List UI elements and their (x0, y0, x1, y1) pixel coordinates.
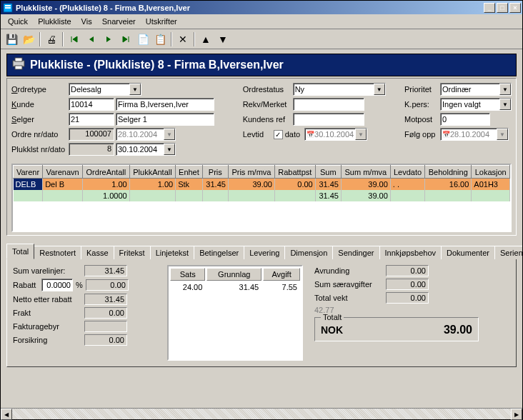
menu-snarveier[interactable]: Snarveier (98, 16, 140, 27)
saeravgifter-value: 0.00 (386, 279, 429, 290)
svg-rect-5 (15, 66, 22, 69)
tab-levering[interactable]: Levering (244, 246, 285, 259)
form-panel: Ordretype Delesalg▼ Kunde Selger Ordre n… (6, 78, 517, 236)
menu-vis[interactable]: Vis (77, 16, 96, 27)
tab-betingelser[interactable]: Betingelser (194, 246, 244, 259)
frakt-value: 0.00 (84, 307, 127, 319)
close-button[interactable]: × (509, 3, 521, 13)
totalvekt-value: 0.00 (386, 292, 429, 304)
plukkdato-combo[interactable]: 30.10.2004▼ (116, 143, 176, 156)
rekv-label: Rekv/Merket (243, 100, 293, 109)
folg-combo: 📅28.10.2004▼ (440, 128, 509, 141)
chevron-down-icon: ▼ (164, 129, 175, 140)
window-title: Plukkliste - (Plukkliste) 8 - Firma B,Iv… (16, 4, 484, 12)
delete-icon[interactable]: ✕ (175, 31, 191, 47)
table-row[interactable]: DELBDel B1.001.00Stk31.4539.000.0031.453… (14, 179, 510, 190)
plukk-value: 8 (69, 143, 114, 156)
chevron-down-icon[interactable]: ▼ (374, 84, 385, 95)
nav-last-icon[interactable] (118, 31, 134, 47)
maximize-button[interactable]: □ (497, 3, 508, 13)
tab-innkjopsbehov[interactable]: Innkjøpsbehov (379, 246, 442, 259)
kunde-navn-input[interactable] (116, 98, 214, 111)
fakturagebyr-value (84, 321, 127, 332)
fakturagebyr-label: Fakturagebyr (13, 322, 84, 331)
print-header-icon (11, 57, 26, 73)
kpers-label: K.pers: (404, 100, 440, 109)
totalt-legend: Totalt (321, 313, 344, 321)
folg-label: Følg opp (404, 130, 440, 139)
chevron-down-icon[interactable]: ▼ (164, 144, 175, 155)
tab-linjetekst[interactable]: Linjetekst (150, 246, 194, 259)
horizontal-scrollbar[interactable]: ◀ ▶ (1, 408, 522, 419)
kunde-input[interactable] (69, 98, 114, 111)
tab-fritekst[interactable]: Fritekst (114, 246, 151, 259)
rabatt-pct-input[interactable] (41, 279, 73, 291)
chevron-down-icon[interactable]: ▼ (129, 84, 141, 95)
new-icon[interactable]: 📄 (135, 31, 151, 47)
menu-utskrifter[interactable]: Utskrifter (141, 16, 181, 27)
avrunding-label: Avrunding (314, 266, 386, 275)
toolbar: 💾 📂 🖨 📄 📋 ✕ ▲ ▼ (1, 29, 522, 49)
tabstrip: Total Restnotert Kasse Fritekst Linjetek… (6, 244, 517, 259)
rabatt-value: 0.00 (86, 279, 129, 291)
ordretype-combo[interactable]: Delesalg▼ (69, 83, 141, 96)
tab-sendinger[interactable]: Sendinger (332, 246, 379, 259)
kundens-label: Kundens ref (243, 115, 293, 124)
arrow-down-icon[interactable]: ▼ (215, 31, 231, 47)
levtid-checkbox[interactable]: ✓ (274, 130, 283, 139)
menu-plukkliste[interactable]: Plukkliste (34, 16, 75, 27)
tab-dokumenter[interactable]: Dokumenter (441, 246, 495, 259)
ordrestatus-label: Ordrestatus (243, 85, 293, 94)
table-sum-row: 1.000031.4539.00 (14, 190, 510, 201)
netto-value: 31.45 (84, 294, 127, 305)
lines-grid[interactable]: VarenrVarenavnOrdreAntallPlukkAntallEnhe… (11, 164, 512, 232)
selger-input[interactable] (69, 113, 114, 126)
kundens-input[interactable] (293, 113, 364, 126)
tab-dimensjon[interactable]: Dimensjon (284, 246, 333, 259)
menubar: Quick Plukkliste Vis Snarveier Utskrifte… (1, 14, 522, 29)
vat-table: SatsGrunnlagAvgift 24.0031.457.55 (167, 265, 303, 361)
chevron-down-icon: ▼ (497, 129, 508, 140)
vat-row: 24.0031.457.55 (170, 282, 300, 292)
saeravgifter-label: Sum særavgifter (314, 280, 386, 289)
kunde-label: Kunde (11, 100, 69, 109)
forsikring-value: 0.00 (84, 334, 127, 346)
prioritet-combo[interactable]: Ordinær▼ (440, 83, 512, 96)
kpers-combo[interactable]: Ingen valgt▼ (440, 98, 512, 111)
ordretype-label: Ordretype (11, 85, 69, 94)
nav-next-icon[interactable] (101, 31, 116, 47)
prioritet-label: Prioritet (404, 85, 440, 94)
forsikring-label: Forsikring (13, 336, 84, 344)
selger-navn-input[interactable] (116, 113, 214, 126)
motpost-input[interactable] (440, 113, 490, 126)
sumvarelinjer-label: Sum varelinjer: (13, 266, 84, 275)
nav-prev-icon[interactable] (84, 31, 99, 47)
frakt-label: Frakt (13, 309, 84, 317)
nav-first-icon[interactable] (66, 31, 82, 47)
currency-label: NOK (321, 324, 343, 336)
save-icon[interactable]: 💾 (4, 31, 19, 47)
tab-kasse[interactable]: Kasse (81, 246, 114, 259)
copy-icon[interactable]: 📋 (152, 31, 168, 47)
totalt-value: 39.00 (444, 324, 472, 336)
minimize-button[interactable]: _ (484, 3, 495, 13)
open-icon[interactable]: 📂 (21, 31, 36, 47)
tab-serienr[interactable]: Serienr (494, 246, 523, 259)
tab-restnotert[interactable]: Restnotert (34, 246, 81, 259)
total-fieldset: Totalt NOK 39.00 (314, 317, 479, 341)
plukk-label: Plukklst nr/dato (11, 145, 69, 154)
scroll-left-icon[interactable]: ◀ (1, 409, 12, 420)
tab-total[interactable]: Total (6, 244, 34, 259)
ordrenr-value: 100007 (69, 128, 114, 141)
arrow-up-icon[interactable]: ▲ (198, 31, 214, 47)
chevron-down-icon[interactable]: ▼ (499, 84, 511, 95)
rekv-input[interactable] (293, 98, 364, 111)
ordrenr-label: Ordre nr/dato (11, 130, 69, 139)
print-icon[interactable]: 🖨 (44, 31, 59, 47)
scroll-right-icon[interactable]: ▶ (511, 409, 522, 420)
motpost-label: Motpost (404, 115, 440, 124)
chevron-down-icon[interactable]: ▼ (499, 99, 511, 110)
page-title: Plukkliste - (Plukkliste) 8 - Firma B,Iv… (30, 59, 284, 71)
ordrestatus-combo[interactable]: Ny▼ (293, 83, 386, 96)
menu-quick[interactable]: Quick (4, 16, 32, 27)
